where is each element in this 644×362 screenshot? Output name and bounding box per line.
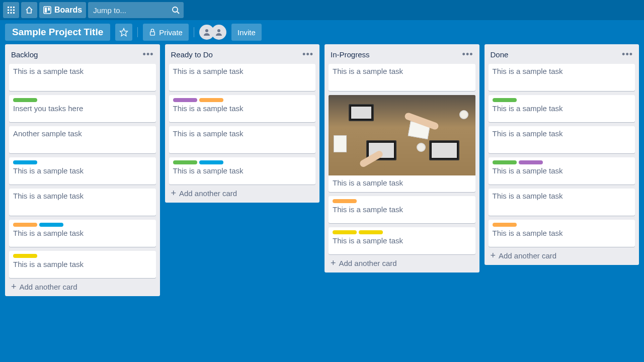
invite-button[interactable]: Invite	[231, 24, 262, 41]
svg-rect-11	[48, 8, 50, 11]
card[interactable]: This is a sample task	[329, 227, 475, 254]
list: Done•••This is a sample taskThis is a sa…	[485, 44, 639, 265]
card[interactable]: This is a sample task	[329, 95, 475, 192]
card[interactable]: This is a sample task	[489, 157, 635, 185]
list-menu-button[interactable]: •••	[462, 49, 473, 60]
card[interactable]: This is a sample task	[169, 64, 316, 91]
card-text: This is a sample task	[13, 67, 152, 75]
add-card-button[interactable]: +Add another card	[329, 254, 475, 268]
card[interactable]: This is a sample task	[169, 157, 316, 185]
card[interactable]: Insert you tasks here	[9, 95, 156, 122]
card[interactable]: This is a sample task	[329, 64, 475, 91]
card[interactable]: This is a sample task	[9, 157, 156, 185]
svg-rect-1	[11, 7, 12, 8]
card-text: This is a sample task	[333, 236, 471, 245]
label-orange	[493, 223, 517, 227]
card[interactable]: This is a sample task	[169, 126, 316, 153]
label-orange	[199, 98, 223, 102]
grid-icon	[7, 6, 15, 14]
label-blue	[13, 160, 37, 164]
add-card-button[interactable]: +Add another card	[169, 185, 316, 199]
card[interactable]: This is a sample task	[169, 95, 316, 122]
add-card-button[interactable]: +Add another card	[489, 247, 635, 261]
label-purple	[173, 98, 197, 102]
cards-container: This is a sample taskThis is a sample ta…	[489, 64, 635, 247]
board-canvas: Backlog•••This is a sample taskInsert yo…	[0, 44, 644, 296]
search-wrap	[88, 2, 184, 18]
list: Ready to Do•••This is a sample taskThis …	[165, 44, 320, 203]
star-icon	[119, 28, 128, 37]
add-card-label: Add another card	[20, 283, 77, 291]
home-icon	[25, 6, 33, 14]
list-menu-button[interactable]: •••	[143, 49, 154, 60]
svg-rect-15	[150, 32, 155, 35]
list-menu-button[interactable]: •••	[302, 49, 313, 60]
card-text: This is a sample task	[173, 166, 312, 175]
card[interactable]: This is a sample task	[9, 64, 156, 91]
svg-line-13	[177, 12, 179, 14]
card-text: This is a sample task	[173, 129, 312, 138]
svg-rect-8	[13, 12, 15, 14]
card[interactable]: This is a sample task	[9, 251, 156, 278]
lock-icon	[149, 29, 156, 36]
avatar[interactable]	[211, 25, 226, 40]
plus-icon: +	[331, 258, 336, 267]
list-title[interactable]: In-Progress	[331, 50, 370, 59]
plus-icon: +	[491, 251, 496, 260]
label-green	[493, 98, 517, 102]
card-labels	[493, 160, 631, 164]
label-green	[493, 160, 517, 164]
label-blue	[199, 160, 223, 164]
label-yellow	[333, 230, 357, 234]
card-labels	[13, 254, 152, 258]
list-title[interactable]: Done	[491, 50, 509, 59]
add-card-button[interactable]: +Add another card	[9, 278, 156, 292]
card[interactable]: Another sample task	[9, 126, 156, 153]
svg-rect-5	[13, 10, 15, 11]
add-card-label: Add another card	[499, 251, 556, 260]
card-text: This is a sample task	[333, 67, 471, 75]
add-card-label: Add another card	[179, 189, 237, 198]
label-green	[173, 160, 197, 164]
svg-rect-6	[8, 12, 9, 14]
boards-button[interactable]: Boards	[39, 2, 86, 18]
cards-container: This is a sample taskThis is a sample ta…	[329, 64, 475, 254]
invite-label: Invite	[237, 28, 256, 37]
cards-container: This is a sample taskInsert you tasks he…	[9, 64, 156, 278]
label-orange	[333, 199, 357, 203]
svg-marker-14	[120, 29, 128, 36]
card-text: Another sample task	[13, 129, 152, 138]
card[interactable]: This is a sample task	[489, 95, 635, 122]
card-labels	[493, 223, 631, 227]
home-button[interactable]	[21, 2, 37, 18]
card[interactable]: This is a sample task	[489, 64, 635, 91]
svg-rect-0	[8, 7, 9, 8]
card-cover-image	[329, 95, 475, 175]
card[interactable]: This is a sample task	[489, 126, 635, 153]
list-title[interactable]: Ready to Do	[171, 50, 213, 59]
card[interactable]: This is a sample task	[329, 196, 475, 223]
search-input[interactable]	[88, 6, 184, 15]
card-text: This is a sample task	[333, 205, 471, 214]
card[interactable]: This is a sample task	[9, 189, 156, 216]
visibility-label: Private	[159, 28, 183, 37]
svg-rect-7	[11, 12, 12, 14]
card[interactable]: This is a sample task	[489, 220, 635, 247]
svg-point-12	[173, 7, 178, 12]
card-text: This is a sample task	[13, 260, 152, 268]
card-text: This is a sample task	[493, 67, 631, 75]
card[interactable]: This is a sample task	[9, 220, 156, 247]
visibility-button[interactable]: Private	[143, 24, 189, 41]
list: In-Progress•••This is a sample taskThis …	[325, 44, 479, 273]
list-menu-button[interactable]: •••	[622, 49, 633, 60]
label-blue	[39, 223, 63, 227]
star-button[interactable]	[115, 24, 132, 41]
topbar: Boards	[0, 0, 644, 20]
card[interactable]: This is a sample task	[489, 189, 635, 216]
card-text: Insert you tasks here	[13, 104, 152, 113]
add-card-label: Add another card	[339, 259, 397, 267]
list-title[interactable]: Backlog	[11, 50, 38, 59]
search-icon	[172, 6, 180, 14]
apps-button[interactable]	[3, 2, 19, 18]
board-title[interactable]: Sample Project Title	[5, 24, 110, 41]
